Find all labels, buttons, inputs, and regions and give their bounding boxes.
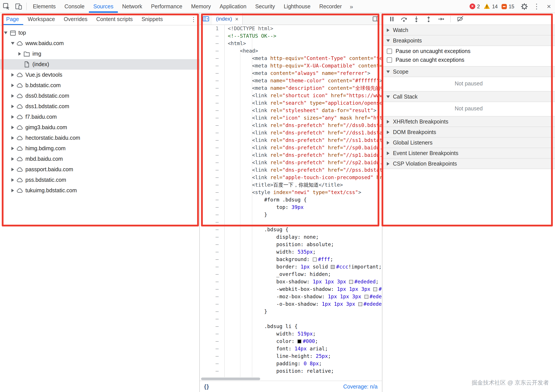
navigator-tab-snippets[interactable]: Snippets [137, 13, 167, 25]
line-number[interactable]: – [200, 278, 224, 286]
tree-item-hectorstatic-baidu-com[interactable]: hectorstatic.baidu.com [0, 133, 199, 143]
line-number[interactable]: – [200, 218, 224, 226]
tab-memory[interactable]: Memory [187, 0, 215, 13]
error-badge[interactable]: × 2 [470, 0, 480, 13]
line-number[interactable]: – [200, 107, 224, 114]
tree-item-dss1-bdstatic-com[interactable]: dss1.bdstatic.com [0, 101, 199, 112]
source-code-area[interactable]: 1–––––––––––––––––––––––––––––––––––––––… [200, 25, 382, 377]
line-number[interactable]: – [200, 271, 224, 278]
line-number[interactable]: – [200, 174, 224, 181]
section-event-listener-breakpoints[interactable]: Event Listener Breakpoints [382, 148, 555, 159]
tree-item-mbd-baidu-com[interactable]: mbd.baidu.com [0, 154, 199, 164]
section-breakpoints[interactable]: Breakpoints [382, 36, 555, 46]
line-number[interactable]: – [200, 55, 224, 62]
tab-console[interactable]: Console [60, 0, 89, 13]
checkbox[interactable] [387, 49, 392, 54]
chevron-down-icon[interactable] [3, 31, 9, 34]
chevron-right-icon[interactable] [10, 105, 16, 108]
line-number[interactable]: – [200, 144, 224, 152]
tab-security[interactable]: Security [251, 0, 279, 13]
tab-application[interactable]: Application [215, 0, 251, 13]
line-number[interactable]: – [200, 137, 224, 144]
navigator-tab-workspace[interactable]: Workspace [23, 13, 59, 25]
pause-button[interactable] [386, 13, 397, 24]
line-number[interactable]: – [200, 32, 224, 40]
chevron-right-icon[interactable] [10, 157, 16, 161]
line-number[interactable]: – [200, 226, 224, 233]
line-number[interactable]: – [200, 62, 224, 70]
tree-item-b-bdstatic-com[interactable]: b.bdstatic.com [0, 80, 199, 91]
scrollbar-thumb[interactable] [201, 377, 260, 380]
line-number[interactable]: – [200, 233, 224, 241]
step-button[interactable] [435, 13, 446, 24]
tree-item-img[interactable]: img [0, 49, 199, 59]
line-number[interactable]: – [200, 92, 224, 99]
chevron-right-icon[interactable] [10, 126, 16, 129]
device-toolbar-icon[interactable] [12, 0, 24, 13]
navigator-tab-overrides[interactable]: Overrides [59, 13, 92, 25]
line-number[interactable]: – [200, 308, 224, 315]
line-number[interactable]: – [200, 300, 224, 308]
line-number[interactable]: – [200, 353, 224, 360]
line-number[interactable]: 1 [200, 25, 224, 32]
toggle-navigator-icon[interactable] [200, 13, 212, 24]
tree-item-f7-baidu-com[interactable]: f7.baidu.com [0, 112, 199, 122]
step-over-button[interactable] [398, 13, 409, 24]
line-number[interactable]: – [200, 152, 224, 159]
line-number[interactable]: – [200, 70, 224, 77]
line-number[interactable]: – [200, 122, 224, 129]
chevron-right-icon[interactable] [17, 52, 23, 56]
chevron-right-icon[interactable] [10, 168, 16, 171]
tree-item-dss0-bdstatic-com[interactable]: dss0.bdstatic.com [0, 91, 199, 101]
tab-recorder[interactable]: Recorder [315, 0, 346, 13]
line-number[interactable]: – [200, 368, 224, 375]
line-number[interactable]: – [200, 159, 224, 167]
section-xhr-fetch-breakpoints[interactable]: XHR/fetch Breakpoints [382, 116, 555, 127]
step-out-button[interactable] [423, 13, 434, 24]
line-number[interactable]: – [200, 241, 224, 248]
line-number[interactable]: – [200, 167, 224, 174]
tree-item-passport-baidu-com[interactable]: passport.baidu.com [0, 164, 199, 175]
tree-item-pss-bdstatic-com[interactable]: pss.bdstatic.com [0, 175, 199, 185]
warning-badge[interactable]: 14 [484, 0, 498, 13]
line-number[interactable]: – [200, 85, 224, 92]
line-number[interactable]: – [200, 129, 224, 137]
navigator-tab-content-scripts[interactable]: Content scripts [92, 13, 137, 25]
chevron-right-icon[interactable] [10, 73, 16, 77]
section-csp-violation-breakpoints[interactable]: CSP Violation Breakpoints [382, 159, 555, 169]
section-scope[interactable]: Scope [382, 66, 555, 77]
section-watch[interactable]: Watch [382, 25, 555, 36]
line-number[interactable]: – [200, 360, 224, 368]
settings-gear-icon[interactable] [518, 0, 531, 13]
inspect-icon[interactable] [0, 0, 12, 13]
line-number[interactable]: – [200, 293, 224, 300]
tree-item-www-baidu-com[interactable]: www.baidu.com [0, 38, 199, 49]
line-number[interactable]: – [200, 189, 224, 196]
navigator-more-icon[interactable]: ⋮ [190, 13, 197, 25]
more-options-icon[interactable]: ⋮ [531, 0, 543, 13]
line-number[interactable]: – [200, 196, 224, 204]
more-tabs-icon[interactable]: » [346, 0, 357, 13]
tree-item-top[interactable]: top [0, 28, 199, 38]
issues-badge[interactable]: 15 [502, 0, 514, 13]
line-number[interactable]: – [200, 248, 224, 256]
line-number[interactable]: – [200, 315, 224, 323]
tab-lighthouse[interactable]: Lighthouse [279, 0, 315, 13]
chevron-right-icon[interactable] [10, 189, 16, 192]
tab-performance[interactable]: Performance [146, 0, 187, 13]
line-number[interactable]: – [200, 345, 224, 353]
line-number[interactable]: – [200, 256, 224, 263]
checkbox[interactable] [387, 57, 392, 63]
chevron-right-icon[interactable] [10, 136, 16, 140]
navigator-tab-page[interactable]: Page [2, 13, 23, 25]
tree-item-himg-bdimg-com[interactable]: himg.bdimg.com [0, 143, 199, 154]
breakpoint-option-pause-on-caught-exceptions[interactable]: Pause on caught exceptions [382, 56, 555, 64]
line-number[interactable]: – [200, 40, 224, 47]
chevron-right-icon[interactable] [10, 115, 16, 119]
line-number[interactable]: – [200, 99, 224, 107]
tree-item-index[interactable]: (index) [0, 59, 199, 70]
section-global-listeners[interactable]: Global Listeners [382, 138, 555, 148]
line-number[interactable]: – [200, 77, 224, 85]
tree-item-gimg3-baidu-com[interactable]: gimg3.baidu.com [0, 122, 199, 133]
line-number[interactable]: – [200, 286, 224, 293]
